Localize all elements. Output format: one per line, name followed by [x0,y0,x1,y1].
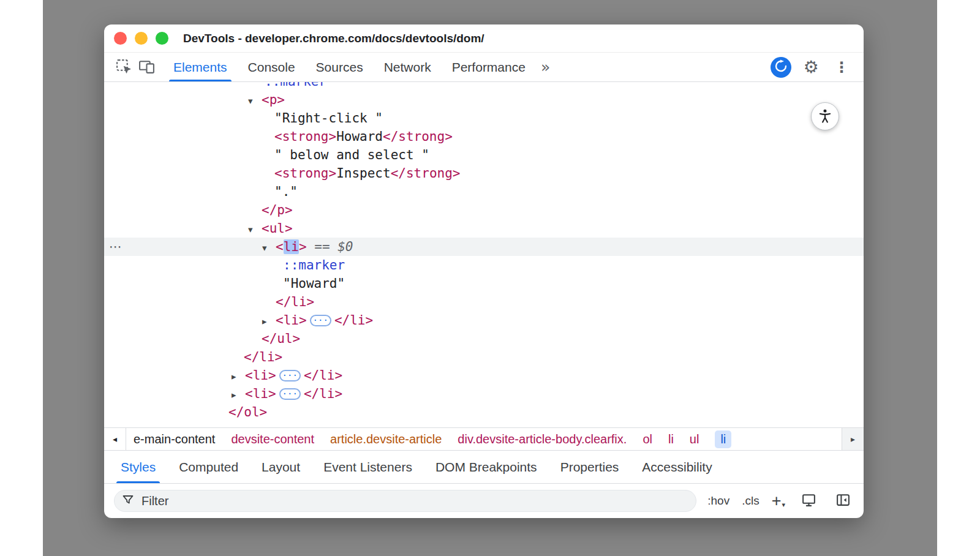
accessibility-button[interactable] [811,102,839,130]
dom-segment-tag: <li> [245,368,276,383]
dom-tree-row[interactable]: ▸<li>···</li> [104,366,864,385]
minimize-button[interactable] [135,32,148,45]
dom-segment-tag: <strong> [274,129,336,144]
styles-tab-accessibility[interactable]: Accessibility [630,451,723,483]
dom-tree-row[interactable]: ▾<p> [104,91,864,109]
dom-segment-pseudo: ::marker [265,82,326,89]
breadcrumb-item-ol[interactable]: ol [643,432,652,446]
more-options-button[interactable]: ⋮ [831,56,853,78]
window-title: DevTools - developer.chrome.com/docs/dev… [183,32,484,45]
dom-tree-row[interactable]: "Right-click " [104,109,864,127]
disclosure-triangle-right[interactable]: ▸ [232,386,245,404]
dom-tree-row[interactable]: </ol> [104,403,864,421]
dom-tree-row[interactable]: ::marker [104,82,864,91]
styles-tab-computed[interactable]: Computed [167,451,250,483]
breadcrumb-item-e-main-content[interactable]: e-main-content [134,432,215,446]
dom-segment-pill[interactable]: ··· [279,370,301,381]
dom-tree-row[interactable]: </li> [104,293,864,311]
dom-tree-row[interactable]: ▸<li>···</li> [104,311,864,329]
dom-segment-tag: </li> [304,368,342,383]
dom-tree-row[interactable]: ▾<ul> [104,219,864,238]
styles-tab-layout[interactable]: Layout [250,451,312,483]
dom-segment-tagHl: li [284,239,299,254]
more-tabs-button[interactable]: » [536,58,555,76]
new-style-rule-button[interactable]: + ▾ [772,493,785,509]
styles-tab-styles[interactable]: Styles [109,451,167,483]
device-toolbar-button[interactable] [135,53,158,81]
filter-actions: :hov .cls + ▾ [707,490,854,512]
dom-segment-text: "Right-click " [274,111,383,126]
toggle-sidebar-button[interactable] [832,490,854,512]
dom-segment-tag: </ol> [228,405,267,419]
filter-input[interactable] [140,494,688,509]
kebab-menu-icon: ⋮ [834,60,849,75]
dom-segment-text: "Howard" [283,276,345,291]
dom-tree-row[interactable]: ▸<li>···</li> [104,385,864,403]
dom-segment-tag: <strong> [274,166,336,181]
dom-tree-row[interactable]: <strong>Howard</strong> [104,127,864,146]
dom-tree-row[interactable]: <strong>Inspect</strong> [104,164,864,182]
disclosure-triangle-down[interactable]: ▾ [262,239,276,257]
sidebar-toggle-icon [835,492,851,509]
breadcrumb: e-main-contentdevsite-contentarticle.dev… [126,428,842,450]
close-button[interactable] [114,32,127,45]
filter-bar: :hov .cls + ▾ [104,484,864,518]
breadcrumb-item-devsite-content[interactable]: devsite-content [231,432,314,446]
window-titlebar: DevTools - developer.chrome.com/docs/dev… [104,24,864,53]
element-classes-button[interactable]: .cls [742,494,760,508]
dom-segment-pill[interactable]: ··· [279,388,301,400]
disclosure-triangle-right[interactable]: ▸ [232,367,245,386]
filter-input-container[interactable] [114,490,696,512]
overflow-dots[interactable]: ⋯ [109,238,123,256]
dom-segment-tag: > [299,239,307,254]
dom-segment-tag: </ul> [262,331,300,346]
panel-tab-elements[interactable]: Elements [163,53,238,81]
dom-tree-row[interactable]: ⋯▾<li> == $0 [104,238,864,256]
element-state-button[interactable]: :hov [707,494,729,508]
breadcrumb-item-ul[interactable]: ul [690,432,699,446]
dom-tree-row[interactable]: </li> [104,348,864,366]
breadcrumb-item-li[interactable]: li [715,430,731,448]
styles-tab-properties[interactable]: Properties [549,451,631,483]
caret-down-icon: ▾ [782,501,785,509]
dom-tree-row[interactable]: </p> [104,201,864,219]
breadcrumb-item-div-devsite-article-body-clearfix[interactable]: div.devsite-article-body.clearfix. [458,432,627,446]
dom-segment-tag: <ul> [262,221,293,236]
panel-tab-performance[interactable]: Performance [442,53,536,81]
dom-segment-tag: </p> [262,203,293,217]
settings-button[interactable]: ⚙ [800,56,822,78]
dom-segment-pill[interactable]: ··· [310,315,331,326]
dom-segment-pseudo: ::marker [283,258,345,272]
dom-tree: ::marker▾<p>"Right-click "<strong>Howard… [104,82,864,427]
breadcrumb-item-article-devsite-article[interactable]: article.devsite-article [330,432,442,446]
traffic-lights [114,32,168,45]
panel-tab-console[interactable]: Console [238,53,306,81]
sync-button[interactable] [771,57,791,78]
device-toolbar-icon [138,58,155,77]
dom-segment-tag: </li> [304,386,342,401]
breadcrumb-item-li[interactable]: li [668,432,674,446]
dom-tree-row[interactable]: "Howard" [104,274,864,293]
panel-tab-sources[interactable]: Sources [306,53,374,81]
dom-segment-text: " below and select " [274,148,429,162]
dom-tree-row[interactable]: ::marker [104,256,864,274]
disclosure-triangle-right[interactable]: ▸ [262,312,276,331]
styles-tab-event-listeners[interactable]: Event Listeners [312,451,424,483]
styles-tab-dom-breakpoints[interactable]: DOM Breakpoints [424,451,549,483]
dom-segment-tag: <li> [245,386,276,401]
devtools-window: DevTools - developer.chrome.com/docs/dev… [104,24,864,518]
styles-tabs: StylesComputedLayoutEvent ListenersDOM B… [104,451,864,484]
dom-tree-row[interactable]: "." [104,182,864,201]
disclosure-triangle-down[interactable]: ▾ [248,220,262,239]
breadcrumb-scroll-left-button[interactable]: ◂ [104,428,126,450]
toggle-rendering-button[interactable] [797,490,820,512]
breadcrumb-scroll-right-button[interactable]: ▸ [842,428,864,450]
inspect-element-button[interactable] [111,53,135,81]
dom-tree-row[interactable]: " below and select " [104,146,864,164]
devtools-toolbar: ElementsConsoleSourcesNetworkPerformance… [104,53,864,82]
dom-segment-tag: </strong> [383,129,453,144]
maximize-button[interactable] [156,32,168,45]
dom-tree-row[interactable]: </ul> [104,329,864,348]
disclosure-triangle-down[interactable]: ▾ [248,92,262,110]
panel-tab-network[interactable]: Network [374,53,442,81]
